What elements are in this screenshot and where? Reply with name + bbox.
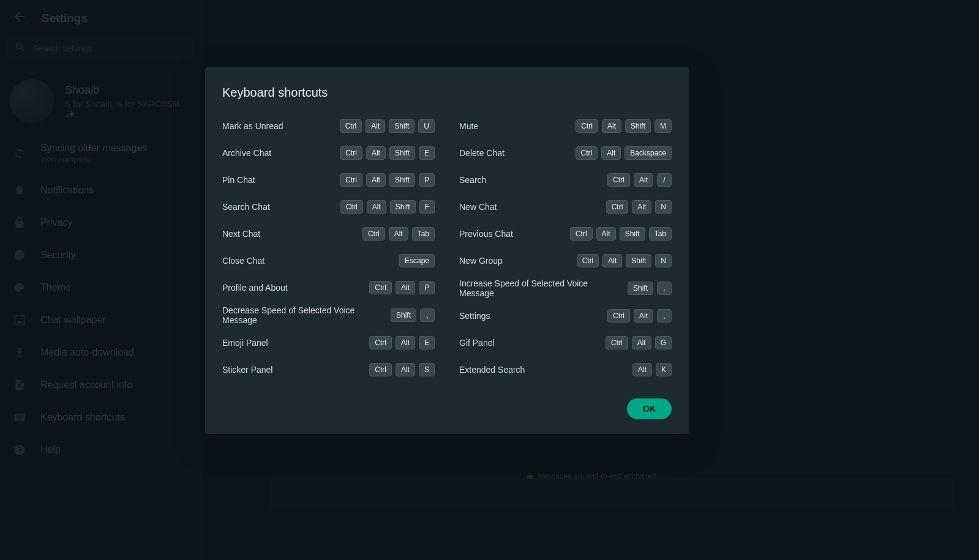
shortcut-row: Mark as UnreadCtrlAltShiftU [222, 117, 435, 135]
key: Alt [396, 363, 415, 376]
shortcut-keys: CtrlAltTab [362, 227, 435, 241]
shortcut-keys: Shift, [391, 308, 435, 322]
shortcut-row: MuteCtrlAltShiftM [459, 117, 672, 135]
key: Ctrl [576, 119, 598, 133]
key: Shift [620, 227, 645, 241]
key: Ctrl [576, 146, 598, 160]
shortcut-row: Increase Speed of Selected Voice Message… [459, 278, 672, 298]
key: Alt [634, 309, 653, 323]
key: Alt [366, 173, 386, 187]
key: , [420, 308, 435, 322]
shortcut-keys: CtrlAlt, [607, 309, 672, 323]
shortcut-label: Profile and About [222, 283, 362, 293]
key: Shift [390, 200, 416, 214]
shortcuts-col-left: Mark as UnreadCtrlAltShiftUArchive ChatC… [222, 117, 435, 379]
key: Alt [396, 281, 415, 294]
key: Ctrl [606, 336, 628, 349]
key: Shift [628, 282, 653, 295]
shortcut-label: Archive Chat [222, 148, 332, 158]
shortcut-keys: CtrlAltShiftP [340, 173, 435, 187]
key: G [655, 336, 672, 349]
key: Ctrl [607, 173, 630, 187]
shortcut-keys: Escape [399, 254, 435, 267]
shortcut-label: Emoji Panel [222, 338, 362, 348]
key: Ctrl [606, 200, 629, 214]
key: , [657, 309, 672, 323]
shortcuts-col-right: MuteCtrlAltShiftMDelete ChatCtrlAltBacks… [459, 117, 672, 379]
shortcut-label: New Group [459, 256, 569, 266]
shortcut-row: Decrease Speed of Selected Voice Message… [222, 305, 435, 325]
shortcut-label: Increase Speed of Selected Voice Message [459, 278, 620, 298]
shortcut-label: Decrease Speed of Selected Voice Message [222, 305, 383, 325]
shortcut-row: Search ChatCtrlAltShiftF [222, 198, 435, 216]
shortcut-row: Sticker PanelCtrlAltS [222, 360, 435, 379]
shortcut-row: Previous ChatCtrlAltShiftTab [459, 225, 672, 243]
shortcut-keys: Shift. [628, 282, 672, 295]
key: Alt [602, 119, 621, 133]
key: Tab [412, 227, 435, 241]
key: Alt [396, 336, 415, 349]
key: Ctrl [340, 119, 362, 133]
shortcut-keys: CtrlAltShiftU [340, 119, 435, 133]
key: Alt [632, 200, 651, 214]
key: M [655, 119, 672, 133]
shortcut-keys: CtrlAltP [369, 281, 435, 294]
shortcut-keys: CtrlAlt/ [607, 173, 672, 187]
key: Alt [601, 146, 621, 160]
key: Shift [391, 308, 416, 322]
key: U [418, 119, 435, 133]
shortcut-label: Gif Panel [459, 338, 598, 348]
key: N [655, 200, 672, 214]
shortcuts-columns: Mark as UnreadCtrlAltShiftUArchive ChatC… [222, 117, 672, 379]
key: Alt [367, 200, 386, 214]
key: Ctrl [369, 363, 392, 376]
shortcut-label: Mark as Unread [222, 121, 332, 131]
key: E [419, 146, 435, 160]
shortcut-row: New ChatCtrlAltN [459, 198, 672, 216]
shortcut-row: Gif PanelCtrlAltG [459, 334, 672, 352]
shortcut-keys: AltK [632, 363, 672, 376]
key: Alt [389, 227, 408, 241]
key: Ctrl [577, 254, 599, 267]
shortcut-keys: CtrlAltShiftF [340, 200, 435, 214]
shortcut-label: Close Chat [222, 256, 392, 266]
modal-footer: OK [222, 398, 672, 419]
key: S [419, 363, 435, 376]
shortcut-keys: CtrlAltBackspace [576, 146, 672, 160]
shortcut-row: SettingsCtrlAlt, [459, 307, 672, 325]
key: Alt [632, 363, 652, 376]
shortcut-row: Close ChatEscape [222, 252, 435, 270]
shortcut-label: Settings [459, 311, 600, 321]
key: P [419, 173, 435, 187]
key: F [419, 200, 435, 214]
key: Ctrl [607, 309, 630, 323]
shortcut-label: Mute [459, 121, 568, 131]
key: Shift [389, 173, 415, 187]
key: Ctrl [369, 336, 392, 349]
shortcut-label: Search Chat [222, 202, 333, 212]
key: Alt [366, 146, 386, 160]
key: Shift [389, 146, 415, 160]
key: Ctrl [369, 281, 392, 294]
key: Alt [634, 173, 653, 187]
shortcut-label: New Chat [459, 202, 599, 212]
shortcut-keys: CtrlAltShiftTab [570, 227, 672, 241]
shortcut-row: Emoji PanelCtrlAltE [222, 334, 435, 352]
shortcut-keys: CtrlAltE [369, 336, 435, 349]
key: Alt [366, 119, 385, 133]
modal-overlay: Keyboard shortcuts Mark as UnreadCtrlAlt… [0, 0, 979, 560]
shortcut-keys: CtrlAltShiftM [576, 119, 672, 133]
ok-button[interactable]: OK [627, 398, 672, 419]
shortcut-keys: CtrlAltS [369, 363, 435, 376]
shortcut-label: Search [459, 175, 600, 185]
key: P [419, 281, 435, 294]
shortcut-row: Archive ChatCtrlAltShiftE [222, 144, 435, 162]
shortcut-label: Delete Chat [459, 148, 568, 158]
key: Ctrl [340, 173, 362, 187]
shortcut-row: Extended SearchAltK [459, 360, 672, 379]
shortcut-keys: CtrlAltG [606, 336, 672, 349]
key: Shift [626, 254, 651, 267]
modal-title: Keyboard shortcuts [222, 86, 672, 100]
key: E [419, 336, 435, 349]
key: Ctrl [340, 200, 363, 214]
